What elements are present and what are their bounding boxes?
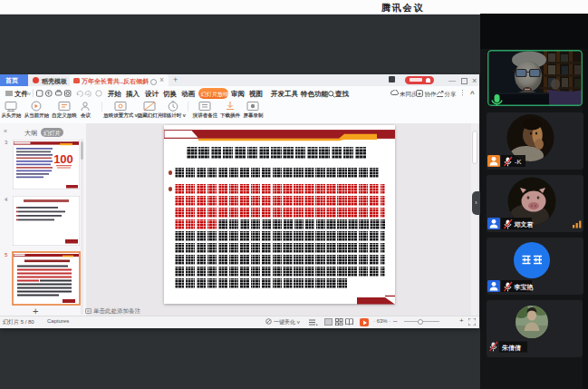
svg-text:邓文君: 邓文君	[514, 220, 535, 229]
svg-text:100: 100	[53, 152, 73, 166]
svg-text:-K: -K	[515, 158, 522, 166]
svg-text:李宝艳: 李宝艳	[514, 283, 534, 291]
svg-text:朱倩倩: 朱倩倩	[501, 345, 521, 352]
